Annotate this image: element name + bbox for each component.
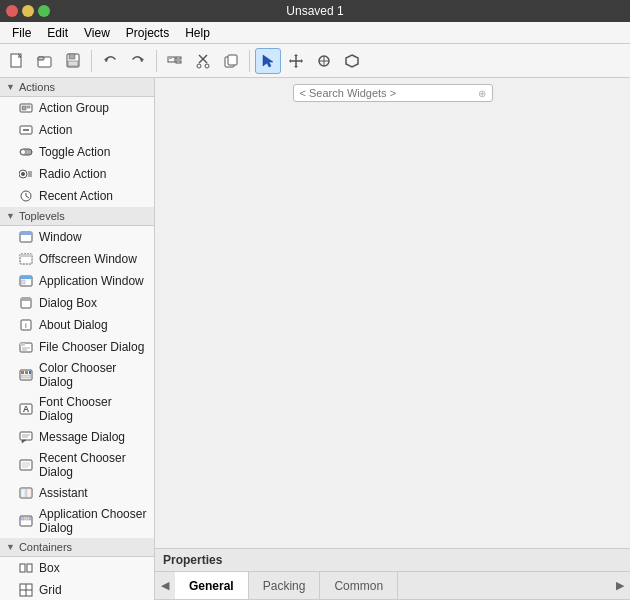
menu-edit[interactable]: Edit <box>39 24 76 42</box>
window-icon <box>18 229 34 245</box>
about-dialog-label: About Dialog <box>39 318 108 332</box>
minimize-button[interactable] <box>22 5 34 17</box>
sidebar-item-dialog-box[interactable]: Dialog Box <box>0 292 154 314</box>
file-chooser-dialog-label: File Chooser Dialog <box>39 340 144 354</box>
section-toplevels-label: Toplevels <box>19 210 65 222</box>
close-button[interactable] <box>6 5 18 17</box>
sidebar-item-app-chooser-dialog[interactable]: Application Chooser Dialog <box>0 504 154 538</box>
sidebar-item-box[interactable]: Box <box>0 557 154 579</box>
menu-projects[interactable]: Projects <box>118 24 177 42</box>
sidebar-item-recent-chooser-dialog[interactable]: Recent Chooser Dialog <box>0 448 154 482</box>
svg-rect-60 <box>21 371 24 374</box>
font-chooser-icon: A <box>18 401 34 417</box>
application-window-icon <box>18 273 34 289</box>
svg-point-15 <box>205 64 209 68</box>
cut-button[interactable] <box>190 48 216 74</box>
message-dialog-icon <box>18 429 34 445</box>
properties-next-button[interactable]: ▶ <box>610 575 630 597</box>
box-label: Box <box>39 561 60 575</box>
sidebar-item-radio-action[interactable]: Radio Action <box>0 163 154 185</box>
svg-rect-5 <box>68 61 78 66</box>
sidebar-item-window[interactable]: Window <box>0 226 154 248</box>
svg-rect-79 <box>21 517 24 520</box>
main-layout: ▼ Actions Action Group Action <box>0 78 630 600</box>
sidebar-item-assistant[interactable]: Assistant <box>0 482 154 504</box>
svg-rect-45 <box>20 232 32 235</box>
section-actions[interactable]: ▼ Actions <box>0 78 154 97</box>
new-button[interactable] <box>4 48 30 74</box>
redo-button[interactable] <box>125 48 151 74</box>
search-clear-icon[interactable]: ⊕ <box>478 88 486 99</box>
recent-action-label: Recent Action <box>39 189 113 203</box>
svg-rect-11 <box>176 61 181 63</box>
svg-marker-21 <box>294 54 298 56</box>
color-chooser-dialog-label: Color Chooser Dialog <box>39 361 148 389</box>
pointer-button[interactable] <box>255 48 281 74</box>
window-controls[interactable] <box>6 5 50 17</box>
maximize-button[interactable] <box>38 5 50 17</box>
properties-panel: Properties ◀ General Packing Common ▶ <box>155 548 630 600</box>
title-bar: Unsaved 1 <box>0 0 630 22</box>
svg-rect-81 <box>29 517 31 520</box>
drag-button[interactable] <box>311 48 337 74</box>
svg-rect-82 <box>20 564 25 572</box>
action-label: Action <box>39 123 72 137</box>
sidebar-item-offscreen-window[interactable]: Offscreen Window <box>0 248 154 270</box>
menu-help[interactable]: Help <box>177 24 218 42</box>
undo-button[interactable] <box>97 48 123 74</box>
search-bar[interactable]: ⊕ <box>293 84 493 102</box>
tab-common[interactable]: Common <box>320 572 398 599</box>
svg-rect-83 <box>27 564 32 572</box>
properties-prev-button[interactable]: ◀ <box>155 575 175 597</box>
menu-bar: File Edit View Projects Help <box>0 22 630 44</box>
font-chooser-dialog-label: Font Chooser Dialog <box>39 395 148 423</box>
new-icon <box>9 53 25 69</box>
save-button[interactable] <box>60 48 86 74</box>
cut-icon <box>195 53 211 69</box>
svg-rect-31 <box>27 106 30 108</box>
sidebar-item-recent-action[interactable]: Recent Action <box>0 185 154 207</box>
svg-marker-28 <box>346 55 358 67</box>
file-chooser-icon <box>18 339 34 355</box>
open-button[interactable] <box>32 48 58 74</box>
about-dialog-icon: i <box>18 317 34 333</box>
box-icon <box>18 560 34 576</box>
toolbar-separator-3 <box>249 50 250 72</box>
copy-button[interactable] <box>218 48 244 74</box>
sidebar-item-font-chooser-dialog[interactable]: A Font Chooser Dialog <box>0 392 154 426</box>
move-icon <box>288 53 304 69</box>
copy-icon <box>223 53 239 69</box>
tab-general[interactable]: General <box>175 572 249 599</box>
sidebar-item-action-group[interactable]: Action Group <box>0 97 154 119</box>
toggle-action-icon <box>18 144 34 160</box>
sidebar-item-file-chooser-dialog[interactable]: File Chooser Dialog <box>0 336 154 358</box>
window-title: Unsaved 1 <box>286 4 343 18</box>
svg-rect-17 <box>228 55 237 65</box>
sidebar-item-grid[interactable]: Grid <box>0 579 154 600</box>
svg-rect-30 <box>22 106 26 110</box>
sidebar-item-color-chooser-dialog[interactable]: Color Chooser Dialog <box>0 358 154 392</box>
move-button[interactable] <box>283 48 309 74</box>
link-button[interactable] <box>339 48 365 74</box>
menu-file[interactable]: File <box>4 24 39 42</box>
section-containers[interactable]: ▼ Containers <box>0 538 154 557</box>
inspect-button[interactable] <box>162 48 188 74</box>
tab-packing[interactable]: Packing <box>249 572 321 599</box>
menu-view[interactable]: View <box>76 24 118 42</box>
redo-icon <box>130 53 146 69</box>
recent-action-icon <box>18 188 34 204</box>
svg-rect-61 <box>25 371 28 374</box>
svg-rect-62 <box>29 371 31 374</box>
sidebar-item-action[interactable]: Action <box>0 119 154 141</box>
section-toplevels[interactable]: ▼ Toplevels <box>0 207 154 226</box>
sidebar-item-message-dialog[interactable]: Message Dialog <box>0 426 154 448</box>
svg-rect-9 <box>168 57 172 59</box>
sidebar-item-toggle-action[interactable]: Toggle Action <box>0 141 154 163</box>
sidebar-item-application-window[interactable]: Application Window <box>0 270 154 292</box>
svg-rect-66 <box>20 432 32 440</box>
search-input[interactable] <box>300 87 478 99</box>
undo-icon <box>102 53 118 69</box>
sidebar-item-about-dialog[interactable]: i About Dialog <box>0 314 154 336</box>
grid-label: Grid <box>39 583 62 597</box>
section-actions-label: Actions <box>19 81 55 93</box>
